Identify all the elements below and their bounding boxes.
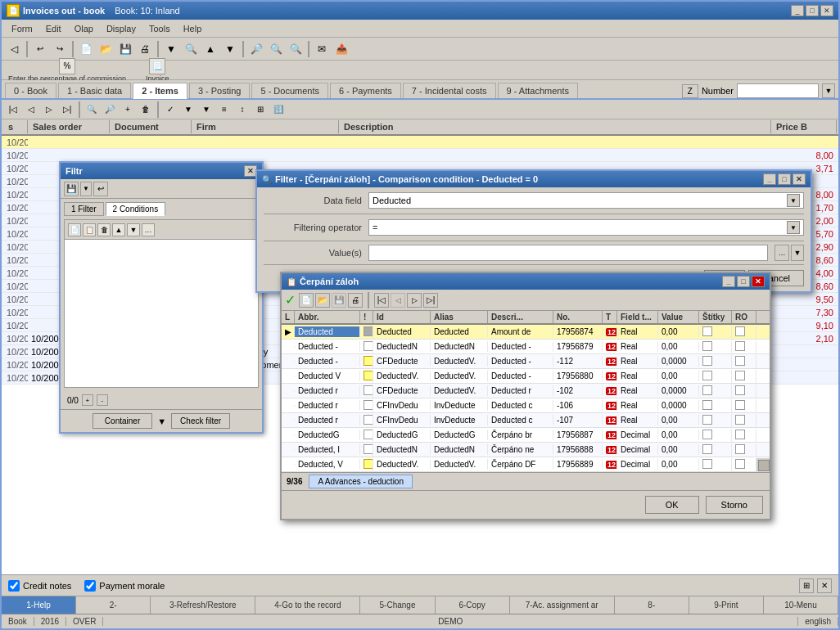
filter-close[interactable]: ✕ xyxy=(793,173,806,185)
cerpani-tab[interactable]: A Advances - deduction xyxy=(309,475,413,488)
cerpani-new[interactable]: 📄 xyxy=(299,293,314,308)
cerpani-row[interactable]: DeductedG DeductedG DeductedG Čerpáno br… xyxy=(282,428,770,443)
nav-add[interactable]: + xyxy=(120,102,136,117)
key-8[interactable]: 8- xyxy=(615,596,689,614)
cerpani-close[interactable]: ✕ xyxy=(752,276,765,287)
nav-find[interactable]: 🔎 xyxy=(102,102,118,117)
menu-tools[interactable]: Tools xyxy=(142,22,177,35)
cerpani-last[interactable]: ▷| xyxy=(423,293,438,308)
cerpani-prev[interactable]: ◁ xyxy=(391,293,405,308)
tb-print[interactable]: 🖨 xyxy=(136,40,154,58)
tab-5-documents[interactable]: 5 - Documents xyxy=(251,83,328,98)
cerpani-row[interactable]: Deducted - DeductedN DeductedN Deducted … xyxy=(282,340,770,354)
filtr-row-plus[interactable]: + xyxy=(82,394,93,406)
tab-0-book[interactable]: 0 - Book xyxy=(5,83,56,98)
key-1[interactable]: 1-Help xyxy=(2,596,76,614)
nav-sort[interactable]: ↕ xyxy=(234,102,251,117)
tb-btn-1[interactable]: ◁ xyxy=(5,40,23,58)
filter-operator-dropdown[interactable]: = ▼ xyxy=(368,219,804,236)
tab-3-posting[interactable]: 3 - Posting xyxy=(189,83,251,98)
credit-notes-toggle[interactable]: Credit notes xyxy=(8,580,71,592)
cond-up[interactable]: ▲ xyxy=(112,223,125,236)
grid-btn-2[interactable]: ✕ xyxy=(817,578,832,593)
cond-down[interactable]: ▼ xyxy=(127,223,140,236)
cerpani-next[interactable]: ▷ xyxy=(407,293,422,308)
nav-next[interactable]: ▷ xyxy=(41,102,57,117)
key-5[interactable]: 5-Change xyxy=(360,596,435,614)
tb-open[interactable]: 📂 xyxy=(97,40,115,58)
tb-undo[interactable]: ↩ xyxy=(31,40,49,58)
filter-values-input[interactable] xyxy=(368,245,768,261)
maximize-button[interactable]: □ xyxy=(806,5,819,16)
filter-maximize[interactable]: □ xyxy=(778,173,791,185)
nav-last[interactable]: ▷| xyxy=(59,102,75,117)
cerpani-minimize[interactable]: _ xyxy=(722,276,735,287)
qa-commission[interactable]: % Enter the percentage of commission xyxy=(8,58,126,83)
cerpani-ok-btn[interactable]: OK xyxy=(645,496,699,514)
tb-find-prev[interactable]: 🔍 xyxy=(287,40,305,58)
nav-layout[interactable]: ⊞ xyxy=(252,102,269,117)
payment-morale-toggle[interactable]: Payment morale xyxy=(84,580,165,592)
tb-save[interactable]: 💾 xyxy=(116,40,134,58)
filter-operator-btn[interactable]: ▼ xyxy=(787,221,800,234)
nav-calc[interactable]: 🔢 xyxy=(270,102,287,117)
cerpani-row[interactable]: Deducted r CFInvDedu InvDeducte Deducted… xyxy=(282,413,770,428)
tb-search[interactable]: 🔍 xyxy=(182,40,200,58)
cond-new[interactable]: 📄 xyxy=(68,223,81,236)
cerpani-row[interactable]: Deducted - CFDeducte DeductedV. Deducted… xyxy=(282,354,770,369)
z-button[interactable]: Z xyxy=(682,84,698,98)
filter-data-field-dropdown[interactable]: Deducted ▼ xyxy=(368,192,804,209)
search-dropdown[interactable]: ▼ xyxy=(822,83,835,98)
cerpani-row[interactable]: Deducted r CFDeducte DeductedV. Deducted… xyxy=(282,384,770,398)
tab-2-items[interactable]: 2 - Items xyxy=(133,83,187,99)
menu-olap[interactable]: Olap xyxy=(68,22,100,35)
menu-form[interactable]: Form xyxy=(5,22,39,35)
tb-mail[interactable]: ✉ xyxy=(313,40,331,58)
table-row[interactable]: 10/200 xyxy=(2,136,838,149)
filtr-dropdown[interactable]: ▼ xyxy=(80,182,92,196)
filtr-tab-filter[interactable]: 1 Filter xyxy=(64,202,104,216)
tb-export[interactable]: 📤 xyxy=(332,40,350,58)
qa-invoice[interactable]: 📃 Invoice xyxy=(146,58,169,83)
nav-search[interactable]: 🔍 xyxy=(84,102,100,117)
filtr-check-btn[interactable]: Check filter xyxy=(171,413,230,429)
tb-filter[interactable]: ▼ xyxy=(162,40,180,58)
payment-morale-checkbox[interactable] xyxy=(84,580,96,592)
cond-more[interactable]: … xyxy=(142,223,155,236)
key-2[interactable]: 2- xyxy=(76,596,151,614)
cerpani-open[interactable]: 📂 xyxy=(315,293,330,308)
cerpani-maximize[interactable]: □ xyxy=(737,276,750,287)
credit-notes-checkbox[interactable] xyxy=(8,580,20,592)
close-button[interactable]: ✕ xyxy=(820,5,833,16)
filter-minimize[interactable]: _ xyxy=(763,173,776,185)
tb-find[interactable]: 🔎 xyxy=(247,40,265,58)
tb-find-next[interactable]: 🔍 xyxy=(267,40,285,58)
key-4[interactable]: 4-Go to the record xyxy=(255,596,360,614)
cond-copy[interactable]: 📋 xyxy=(83,223,96,236)
key-10[interactable]: 10-Menu xyxy=(764,596,838,614)
cond-del[interactable]: 🗑 xyxy=(97,223,111,236)
tb-sort-asc[interactable]: ▲ xyxy=(201,40,219,58)
nav-del[interactable]: 🗑 xyxy=(138,102,154,117)
menu-edit[interactable]: Edit xyxy=(39,22,68,35)
menu-help[interactable]: Help xyxy=(177,22,209,35)
key-6[interactable]: 6-Copy xyxy=(436,596,510,614)
cerpani-print[interactable]: 🖨 xyxy=(348,293,363,308)
cerpani-first[interactable]: |◁ xyxy=(374,293,389,308)
nav-group[interactable]: ≡ xyxy=(216,102,233,117)
cerpani-storno-btn[interactable]: Storno xyxy=(706,496,763,514)
tb-new[interactable]: 📄 xyxy=(77,40,95,58)
grid-btn-1[interactable]: ⊞ xyxy=(799,578,814,593)
search-input[interactable] xyxy=(737,83,819,98)
filter-values-dropdown[interactable]: ▼ xyxy=(791,245,804,261)
filtr-container-btn[interactable]: Container xyxy=(93,413,152,429)
cerpani-save[interactable]: 💾 xyxy=(332,293,346,308)
table-row[interactable]: 10/200 8,00 xyxy=(2,149,838,162)
menu-display[interactable]: Display xyxy=(100,22,142,35)
cerpani-ok-icon[interactable]: ✓ xyxy=(285,292,296,308)
tb-redo[interactable]: ↪ xyxy=(51,40,69,58)
key-9[interactable]: 9-Print xyxy=(689,596,764,614)
key-3[interactable]: 3-Refresh/Restore xyxy=(151,596,255,614)
tab-9-attachments[interactable]: 9 - Attachments xyxy=(498,83,578,98)
filtr-container-dropdown[interactable]: ▼ xyxy=(156,413,168,429)
